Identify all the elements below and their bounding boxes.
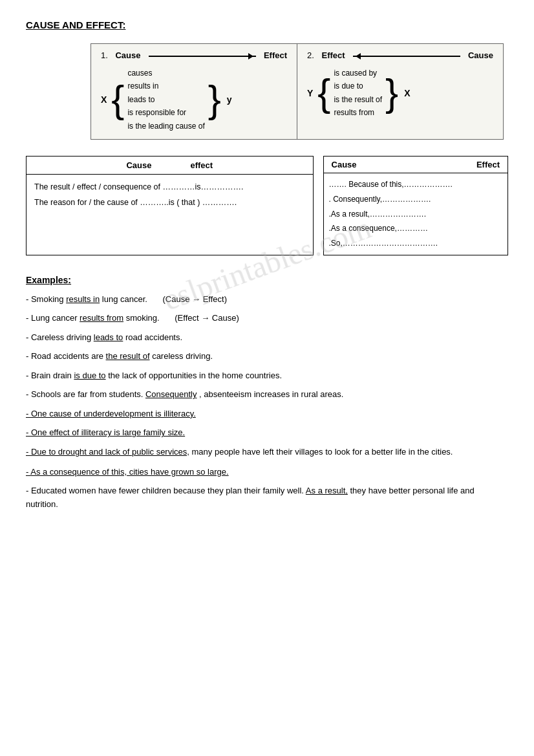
example-9-underline: Due to drought and lack of public servic… <box>31 447 189 457</box>
example-7: - One cause of underdevelopment is illit… <box>26 407 508 420</box>
page-title: CAUSE AND EFFECT: <box>26 19 508 30</box>
example-10-after: cities have grown so large. <box>127 467 229 477</box>
examples-title: Examples: <box>26 275 508 285</box>
examples-section: Examples: - Smoking results in lung canc… <box>26 275 508 512</box>
verb-d2-1: is caused by <box>334 67 382 80</box>
consequence-body: ……. Because of this,………………. . Consequent… <box>324 173 507 255</box>
example-1-note: (Cause → Effect) <box>163 294 227 304</box>
verb-2: results in <box>127 80 204 92</box>
ce-row-1: The result / effect / consequence of ………… <box>34 180 305 195</box>
diagram-1-header: 1. Cause Effect <box>101 50 287 60</box>
example-8-before: - <box>26 427 31 437</box>
example-5-underline: is due to <box>74 371 105 380</box>
diagram-2-body: Y { is caused by is due to is the result… <box>307 67 493 120</box>
verb-d2-2: is due to <box>334 80 382 92</box>
cause-effect-table-body: The result / effect / consequence of ………… <box>27 175 313 216</box>
example-8-underline: One effect of <box>31 427 79 437</box>
example-5-before: - Brain drain <box>26 371 74 380</box>
example-3: - Careless driving leads to road acciden… <box>26 331 508 344</box>
example-9-after: many people have left their villages to … <box>189 447 453 457</box>
example-10-underline: As a consequence of this, <box>30 467 127 477</box>
example-7-underline: One cause of <box>31 409 81 418</box>
diagram-1-verbs: causes results in leads to is responsibl… <box>127 67 204 133</box>
example-9-before: - <box>26 447 31 457</box>
brace-right-icon: } <box>208 80 221 119</box>
diagram-2-verbs: is caused by is due to is the result of … <box>334 67 382 120</box>
diagram-1-cause-label: Cause <box>115 50 140 60</box>
example-2-after: smoking. <box>123 313 160 323</box>
example-11: - Educated women have fewer children bec… <box>26 484 508 512</box>
example-5: - Brain drain is due to the lack of oppo… <box>26 369 508 382</box>
ce-row-2: The reason for / the cause of ………..is ( … <box>34 195 305 211</box>
example-7-before: - <box>26 409 31 418</box>
example-6-before: - Schools are far from students. <box>26 389 145 399</box>
diagram-2-num: 2. <box>307 50 314 60</box>
middle-section: Cause effect The result / effect / conse… <box>26 156 508 255</box>
diagram-2-cause-label: Cause <box>468 50 493 60</box>
example-1-underline: results in <box>66 294 100 304</box>
example-8: - One effect of illiteracy is large fami… <box>26 426 508 439</box>
consequence-box: Cause Effect ……. Because of this,……………….… <box>323 156 508 255</box>
col-effect: effect <box>190 160 213 170</box>
example-6: - Schools are far from students. Consequ… <box>26 388 508 401</box>
arrow-right-icon <box>149 56 256 57</box>
diagram-1-x: X <box>101 94 107 105</box>
example-5-after: the lack of opportunities in the home co… <box>106 371 282 380</box>
cons-row-4: .As a consequence,………… <box>329 221 502 236</box>
cause-effect-table: Cause effect The result / effect / conse… <box>26 156 314 255</box>
example-2-underline: results from <box>80 313 123 323</box>
diagram-2-effect-label: Effect <box>321 50 345 60</box>
example-3-underline: leads to <box>94 332 123 342</box>
example-4-underline: the result of <box>106 351 150 361</box>
verb-4: is responsible for <box>127 106 204 119</box>
verb-1: causes <box>127 67 204 80</box>
example-1-after: lung cancer. <box>100 294 147 304</box>
example-4-after: careless driving. <box>150 351 213 361</box>
example-2-note: (Effect → Cause) <box>175 313 239 323</box>
consequence-header: Cause Effect <box>324 157 507 173</box>
cause-effect-table-header: Cause effect <box>27 157 313 175</box>
example-3-before: - Careless driving <box>26 332 94 342</box>
example-10: - As a consequence of this, cities have … <box>26 466 508 479</box>
cons-col-effect: Effect <box>476 160 500 169</box>
diagram-1-body: X { causes results in leads to is respon… <box>101 67 287 133</box>
example-3-after: road accidents. <box>123 332 182 342</box>
verb-3: leads to <box>127 93 204 106</box>
cons-row-2: . Consequently,………………. <box>329 192 502 207</box>
example-1-before: - Smoking <box>26 294 66 304</box>
arrow-left-icon <box>353 56 460 57</box>
diagram-2-x: X <box>404 88 410 98</box>
example-6-after: , absenteeism increases in rural areas. <box>197 389 343 399</box>
diagram-2-y: Y <box>307 88 313 98</box>
diagram-2: 2. Effect Cause Y { is caused by is due … <box>297 43 504 140</box>
example-9: - Due to drought and lack of public serv… <box>26 446 508 459</box>
example-2: - Lung cancer results from smoking. (Eff… <box>26 312 508 325</box>
verb-d2-3: is the result of <box>334 93 382 106</box>
cons-row-3: .As a result,…………………. <box>329 207 502 222</box>
diagram-2-header: 2. Effect Cause <box>307 50 493 60</box>
diagram-1-num: 1. <box>101 50 108 60</box>
example-6-underline: Consequently <box>145 389 197 399</box>
cons-col-cause: Cause <box>332 160 357 169</box>
example-11-before: - Educated women have fewer children bec… <box>26 486 306 495</box>
example-2-before: - Lung cancer <box>26 313 80 323</box>
example-11-underline: As a result, <box>306 486 348 495</box>
diagram-1-y: y <box>227 94 232 105</box>
example-1: - Smoking results in lung cancer. (Cause… <box>26 293 508 306</box>
diagram-1: 1. Cause Effect X { causes results in le… <box>91 43 297 140</box>
verb-d2-4: results from <box>334 106 382 119</box>
example-8-after: illiteracy is large family size. <box>79 427 185 437</box>
example-4: - Road accidents are the result of carel… <box>26 350 508 363</box>
brace-left-icon: { <box>111 80 124 119</box>
col-cause: Cause <box>126 160 151 170</box>
cons-row-1: ……. Because of this,………………. <box>329 177 502 192</box>
diagram-1-effect-label: Effect <box>264 50 287 60</box>
cons-row-5: .So,………………………………. <box>329 236 502 251</box>
verb-5: is the leading cause of <box>127 120 204 133</box>
top-diagrams: 1. Cause Effect X { causes results in le… <box>91 43 508 140</box>
brace-right-2-icon: } <box>385 74 398 113</box>
example-4-before: - Road accidents are <box>26 351 106 361</box>
brace-left-2-icon: { <box>317 74 330 113</box>
example-7-after: underdevelopment is illiteracy. <box>81 409 196 418</box>
